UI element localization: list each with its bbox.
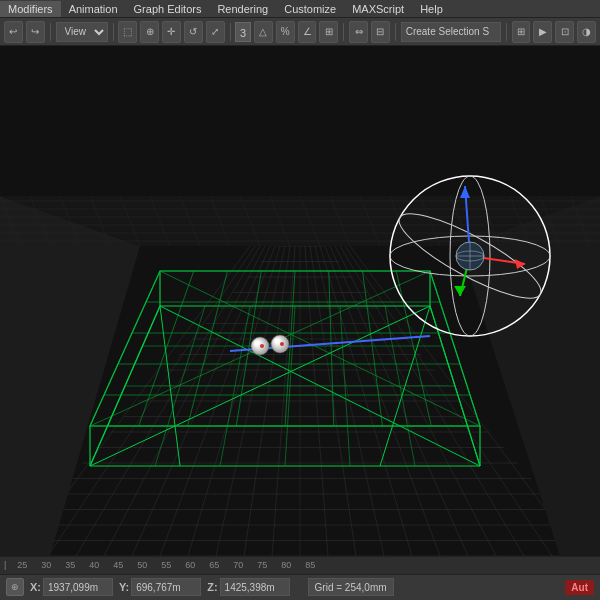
align-button[interactable]: ⊟ bbox=[371, 21, 390, 43]
status-bar: | 25 30 35 40 45 50 55 60 65 70 75 80 85… bbox=[0, 556, 600, 600]
render-button[interactable]: ▶ bbox=[533, 21, 552, 43]
menu-rendering[interactable]: Rendering bbox=[209, 1, 276, 17]
toolbar-separator-6 bbox=[506, 23, 507, 41]
x-label: X: bbox=[30, 581, 41, 593]
toolbar-separator-2 bbox=[113, 23, 114, 41]
menu-modifiers[interactable]: Modifiers bbox=[0, 1, 61, 17]
view-select[interactable]: View bbox=[56, 22, 108, 42]
ruler-tick-50: 50 bbox=[130, 560, 154, 570]
ruler-tick-35: 35 bbox=[58, 560, 82, 570]
x-value[interactable]: 1937,099m bbox=[43, 578, 113, 596]
ruler-tick-80: 80 bbox=[274, 560, 298, 570]
menu-help[interactable]: Help bbox=[412, 1, 451, 17]
scale-button[interactable]: ⤢ bbox=[206, 21, 225, 43]
snap-button[interactable]: △ bbox=[254, 21, 273, 43]
ruler-tick-60: 60 bbox=[178, 560, 202, 570]
toolbar-separator-1 bbox=[50, 23, 51, 41]
select-button[interactable]: ⬚ bbox=[118, 21, 137, 43]
grid-info: Grid = 254,0mm bbox=[308, 578, 394, 596]
select-region-button[interactable]: ⊕ bbox=[140, 21, 159, 43]
toolbar-separator-3 bbox=[230, 23, 231, 41]
auto-key-button[interactable]: Aut bbox=[565, 580, 594, 595]
ruler-tick-30: 30 bbox=[34, 560, 58, 570]
menu-maxscript[interactable]: MAXScript bbox=[344, 1, 412, 17]
menu-customize[interactable]: Customize bbox=[276, 1, 344, 17]
rotate-button[interactable]: ↺ bbox=[184, 21, 203, 43]
menu-graph-editors[interactable]: Graph Editors bbox=[126, 1, 210, 17]
z-value[interactable]: 1425,398m bbox=[220, 578, 290, 596]
toolbar-separator-4 bbox=[343, 23, 344, 41]
ruler-tick-65: 65 bbox=[202, 560, 226, 570]
create-selection-input[interactable] bbox=[401, 22, 501, 42]
ruler-tick-45: 45 bbox=[106, 560, 130, 570]
z-label: Z: bbox=[207, 581, 217, 593]
ruler-tick-75: 75 bbox=[250, 560, 274, 570]
y-coord-field: Y: 696,767m bbox=[119, 578, 201, 596]
ruler-ticks: 25 30 35 40 45 50 55 60 65 70 75 80 85 bbox=[10, 560, 596, 570]
render-setup-button[interactable]: ⊞ bbox=[512, 21, 531, 43]
ruler-tick-25: 25 bbox=[10, 560, 34, 570]
menu-animation[interactable]: Animation bbox=[61, 1, 126, 17]
ruler-tick-85: 85 bbox=[298, 560, 322, 570]
percent-snap-button[interactable]: % bbox=[276, 21, 295, 43]
undo-button[interactable]: ↩ bbox=[4, 21, 23, 43]
ruler-start: | bbox=[4, 560, 6, 570]
y-label: Y: bbox=[119, 581, 129, 593]
z-coord-field: Z: 1425,398m bbox=[207, 578, 289, 596]
ruler-tick-40: 40 bbox=[82, 560, 106, 570]
y-value[interactable]: 696,767m bbox=[131, 578, 201, 596]
coord-bar: ⊕ X: 1937,099m Y: 696,767m Z: 1425,398m … bbox=[0, 575, 600, 600]
ruler-tick-55: 55 bbox=[154, 560, 178, 570]
active-shade-button[interactable]: ◑ bbox=[577, 21, 596, 43]
menu-bar: Modifiers Animation Graph Editors Render… bbox=[0, 0, 600, 18]
viewport-canvas bbox=[0, 46, 600, 556]
move-button[interactable]: ✛ bbox=[162, 21, 181, 43]
mirror-button[interactable]: ⇔ bbox=[349, 21, 368, 43]
viewport[interactable] bbox=[0, 46, 600, 556]
coord-move-icon: ⊕ bbox=[6, 578, 24, 596]
spinner-snap-button[interactable]: ⊞ bbox=[319, 21, 338, 43]
redo-button[interactable]: ↪ bbox=[26, 21, 45, 43]
toolbar: ↩ ↪ View ⬚ ⊕ ✛ ↺ ⤢ 3 △ % ∠ ⊞ ⇔ ⊟ ⊞ ▶ ⊡ ◑ bbox=[0, 18, 600, 46]
snap-number: 3 bbox=[235, 22, 250, 42]
angle-snap-button[interactable]: ∠ bbox=[298, 21, 317, 43]
render-frame-button[interactable]: ⊡ bbox=[555, 21, 574, 43]
x-coord-field: X: 1937,099m bbox=[30, 578, 113, 596]
ruler-tick-70: 70 bbox=[226, 560, 250, 570]
ruler-bar: | 25 30 35 40 45 50 55 60 65 70 75 80 85 bbox=[0, 557, 600, 575]
toolbar-separator-5 bbox=[395, 23, 396, 41]
